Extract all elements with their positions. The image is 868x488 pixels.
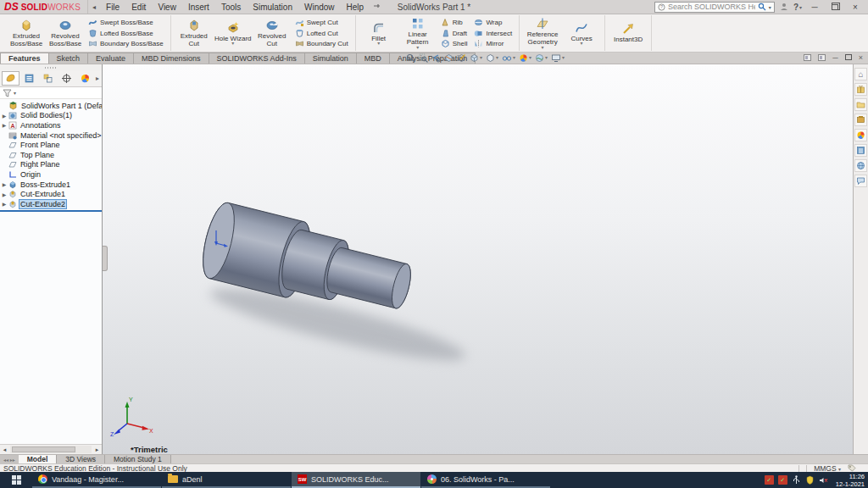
security-shield-icon[interactable] (805, 475, 815, 485)
zoom-to-area-icon[interactable] (418, 53, 429, 63)
swept-cut-button[interactable]: Swept Cut (293, 18, 350, 27)
tree-item-annotations[interactable]: ▶ A Annotations (0, 120, 102, 130)
tab-evaluate[interactable]: Evaluate (87, 53, 134, 64)
lofted-cut-button[interactable]: Lofted Cut (293, 29, 350, 38)
taskbar-solidworks-button[interactable]: SW SOLIDWORKS Educ... (292, 472, 420, 488)
tree-item-solid-bodies[interactable]: ▶ Solid Bodies(1) (0, 111, 102, 121)
instant3d-button[interactable]: Instant3D (609, 15, 648, 51)
tree-item-cut-extrude2[interactable]: ▶ Cut-Extrude2 (0, 199, 102, 209)
boundary-boss-base-button[interactable]: Boundary Boss/Base (86, 39, 165, 48)
start-button[interactable] (0, 472, 32, 488)
view-palette-icon[interactable] (854, 114, 867, 126)
swept-boss-base-button[interactable]: Swept Boss/Base (86, 18, 165, 27)
3d-model-canvas[interactable]: Y X Z (103, 64, 853, 454)
tree-horizontal-scrollbar[interactable]: ◂ ▸ (0, 444, 102, 454)
view-orientation-icon[interactable]: ▾ (469, 53, 483, 63)
view-settings-icon[interactable]: ▾ (550, 53, 565, 63)
expand-arrow-icon[interactable]: ▶ (0, 201, 8, 207)
curves-button[interactable]: Curves▾ (562, 15, 601, 51)
graphics-viewport[interactable]: Y X Z *Trimetric (103, 64, 853, 454)
boundary-cut-button[interactable]: Boundary Cut (293, 39, 350, 48)
tree-item-front-plane[interactable]: Front Plane (0, 140, 102, 150)
tab-solidworks-add-ins[interactable]: SOLIDWORKS Add-Ins (209, 53, 305, 64)
menu-insert[interactable]: Insert (182, 0, 215, 14)
file-explorer-icon[interactable] (854, 98, 867, 111)
tree-filter[interactable]: ▾ (0, 87, 102, 99)
forum-icon[interactable] (854, 175, 867, 187)
tab-motion-study-1[interactable]: Motion Study 1 (105, 455, 171, 463)
new-window-icon[interactable] (804, 54, 811, 61)
apply-scene-icon[interactable]: ▾ (534, 53, 548, 63)
tab-nav-arrows[interactable]: ◂◂ ▸▸ (0, 455, 19, 463)
edit-appearance-icon[interactable]: ▾ (518, 53, 532, 63)
dynamic-annotation-views-icon[interactable] (456, 53, 467, 63)
expand-arrow-icon[interactable]: ▶ (0, 191, 8, 197)
appearances-scenes-icon[interactable] (854, 129, 867, 141)
search-dropdown-icon[interactable]: ▾ (769, 4, 771, 10)
lofted-boss-base-button[interactable]: Lofted Boss/Base (86, 29, 165, 38)
menu-view[interactable]: View (152, 0, 182, 14)
usb-device-icon[interactable] (792, 475, 801, 485)
extruded-boss-base-button[interactable]: Extruded Boss/Base (7, 15, 46, 51)
design-library-icon[interactable] (854, 83, 867, 96)
panel-tabs-overflow-icon[interactable]: ▸ (96, 75, 102, 82)
linear-pattern-button[interactable]: Linear Pattern▾ (398, 15, 437, 51)
fillet-button[interactable]: Fillet▾ (359, 15, 398, 51)
taskbar-photos-button[interactable]: 06. SolidWorks - Pa... (421, 472, 550, 488)
tree-item-root[interactable]: SolidWorks Part 1 (Default<<Def... (0, 101, 102, 111)
taskbar-clock[interactable]: 11:26 12-1-2021 (832, 473, 865, 488)
tree-item-cut-extrude1[interactable]: ▶ Cut-Extrude1 (0, 189, 102, 199)
volume-muted-icon[interactable] (819, 475, 828, 485)
close-button[interactable]: × (848, 3, 863, 12)
search-icon[interactable] (758, 3, 766, 11)
tab-sketch[interactable]: Sketch (48, 53, 89, 64)
restore-button[interactable] (827, 3, 843, 12)
featuremanager-tab[interactable] (2, 71, 19, 86)
revolved-boss-base-button[interactable]: Revolved Boss/Base (46, 15, 85, 51)
menu-help[interactable]: Help (341, 0, 370, 14)
tab-3d-views[interactable]: 3D Views (57, 455, 105, 463)
shell-button[interactable]: Shell (439, 39, 470, 48)
tree-item-material[interactable]: Material <not specified> (0, 130, 102, 141)
intersect-button[interactable]: Intersect (472, 29, 514, 38)
section-view-icon[interactable] (443, 53, 454, 63)
propertymanager-tab[interactable] (20, 71, 38, 86)
extruded-cut-button[interactable]: Extruded Cut (175, 15, 214, 51)
solidworks-resources-icon[interactable] (854, 159, 867, 172)
hole-wizard-button[interactable]: Hole Wizard▾ (214, 15, 253, 51)
scroll-right-icon[interactable]: ▸ (92, 446, 102, 453)
expand-arrow-icon[interactable]: ▶ (0, 113, 8, 119)
tag-icon[interactable] (848, 464, 856, 472)
menu-simulation[interactable]: Simulation (247, 0, 298, 14)
previous-view-icon[interactable] (431, 53, 442, 63)
dimxpertmanager-tab[interactable] (58, 71, 75, 86)
cascade-window-icon[interactable] (818, 54, 826, 61)
tray-app2-icon[interactable]: ✓ (778, 475, 787, 485)
mirror-button[interactable]: Mirror (472, 39, 514, 48)
menu-tools[interactable]: Tools (215, 0, 247, 14)
taskbar-chrome-button[interactable]: Vandaag - Magister... (32, 472, 161, 488)
tree-item-origin[interactable]: Origin (0, 169, 102, 180)
tree-item-right-plane[interactable]: Right Plane (0, 160, 102, 170)
custom-properties-icon[interactable] (854, 144, 867, 157)
tab-model[interactable]: Model (19, 455, 58, 463)
menu-pin-icon[interactable] (373, 3, 381, 12)
menu-window[interactable]: Window (298, 0, 341, 14)
home-icon[interactable]: ⌂ (854, 68, 867, 80)
scrollbar-thumb[interactable] (12, 446, 75, 452)
units-selector[interactable]: MMGS ▾ (814, 464, 841, 473)
help-menu-button[interactable]: ?▾ (793, 3, 802, 12)
configurationmanager-tab[interactable] (39, 71, 57, 86)
menu-file[interactable]: File (100, 0, 125, 14)
tree-item-boss-extrude1[interactable]: ▶ Boss-Extrude1 (0, 180, 102, 190)
rib-button[interactable]: Rib (439, 18, 470, 27)
tab-mbd[interactable]: MBD (356, 53, 390, 64)
revolved-cut-button[interactable]: Revolved Cut (253, 15, 292, 51)
displaymanager-tab[interactable] (76, 71, 94, 86)
hide-show-items-icon[interactable]: ▾ (501, 53, 516, 63)
tray-app1-icon[interactable]: ✓ (765, 475, 774, 485)
tab-simulation[interactable]: Simulation (304, 53, 357, 64)
expand-arrow-icon[interactable]: ▶ (0, 181, 8, 187)
tab-features[interactable]: Features (0, 53, 49, 64)
zoom-to-fit-icon[interactable] (405, 53, 416, 63)
